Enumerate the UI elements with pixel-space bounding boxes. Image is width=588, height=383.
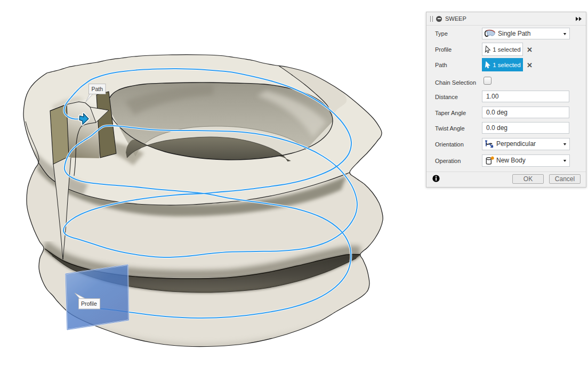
svg-text:Path: Path <box>92 86 103 92</box>
svg-text:Profile: Profile <box>81 300 97 307</box>
